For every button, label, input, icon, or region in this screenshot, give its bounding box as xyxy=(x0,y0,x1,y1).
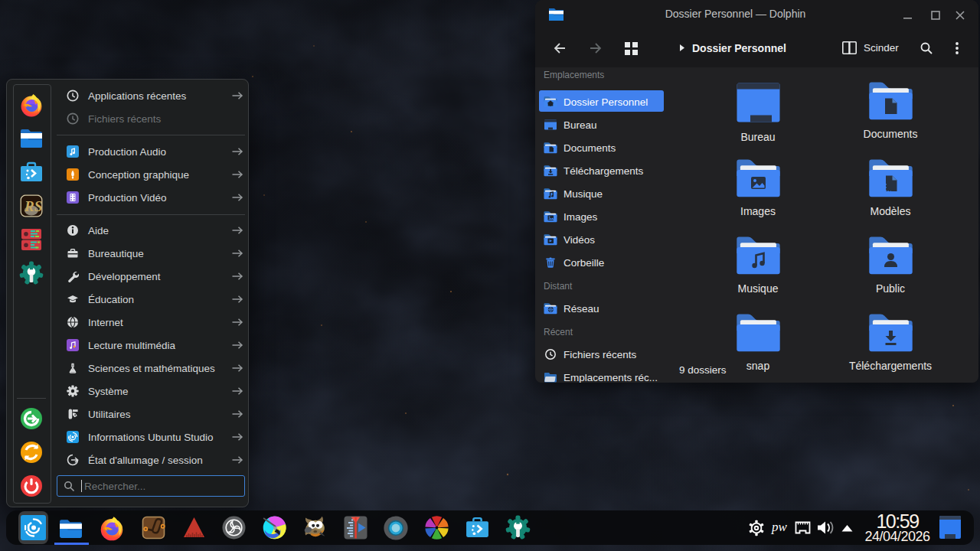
svg-text:RS: RS xyxy=(24,198,42,214)
